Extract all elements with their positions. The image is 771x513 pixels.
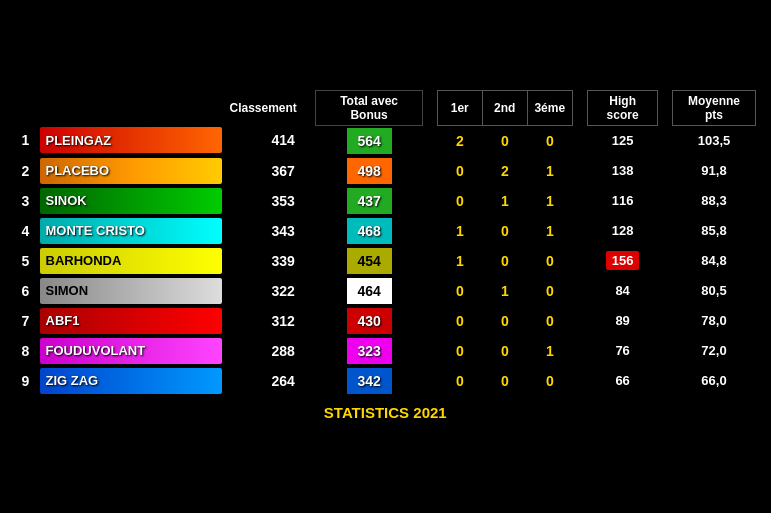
third-cell: 1 <box>527 186 572 216</box>
highscore-cell: 138 <box>587 156 658 186</box>
third-cell: 0 <box>527 276 572 306</box>
highscore-cell: 76 <box>587 336 658 366</box>
second-cell: 0 <box>482 246 527 276</box>
name-cell: SIMON <box>36 276 226 306</box>
rank-cell: 2 <box>16 156 36 186</box>
second-cell: 2 <box>482 156 527 186</box>
name-cell: FOUDUVOLANT <box>36 336 226 366</box>
table-row: 3 SINOK 353 437 0 1 1 116 88,3 <box>16 186 756 216</box>
third-cell: 0 <box>527 366 572 396</box>
rank-cell: 6 <box>16 276 36 306</box>
sep-cell <box>301 366 316 396</box>
sep-cell <box>301 125 316 156</box>
table-row: 4 MONTE CRISTO 343 468 1 0 1 128 85,8 <box>16 216 756 246</box>
sep-cell3 <box>572 366 587 396</box>
sep-cell2 <box>422 336 437 366</box>
score-cell: 414 <box>226 125 301 156</box>
sep-cell2 <box>422 276 437 306</box>
moyenne-header: Moyenne pts <box>673 90 755 125</box>
score-cell: 264 <box>226 366 301 396</box>
score-cell: 339 <box>226 246 301 276</box>
third-cell: 1 <box>527 156 572 186</box>
table-row: 2 PLACEBO 367 498 0 2 1 138 91,8 <box>16 156 756 186</box>
sep-cell <box>301 246 316 276</box>
highscore-cell: 116 <box>587 186 658 216</box>
moyenne-cell: 84,8 <box>673 246 755 276</box>
main-container: Classement Total avec Bonus 1er 2nd 3éme… <box>6 80 766 434</box>
name-cell: PLACEBO <box>36 156 226 186</box>
first-cell: 1 <box>437 246 482 276</box>
second-cell: 0 <box>482 336 527 366</box>
sep-cell3 <box>572 336 587 366</box>
total-cell: 430 <box>316 306 422 336</box>
sep-cell3 <box>572 186 587 216</box>
first-cell: 0 <box>437 336 482 366</box>
total-cell: 342 <box>316 366 422 396</box>
first-header: 1er <box>437 90 482 125</box>
name-cell: SINOK <box>36 186 226 216</box>
total-cell: 464 <box>316 276 422 306</box>
first-cell: 1 <box>437 216 482 246</box>
first-cell: 0 <box>437 156 482 186</box>
sep-cell4 <box>658 276 673 306</box>
total-cell: 564 <box>316 125 422 156</box>
rank-cell: 7 <box>16 306 36 336</box>
table-row: 6 SIMON 322 464 0 1 0 84 80,5 <box>16 276 756 306</box>
third-cell: 0 <box>527 306 572 336</box>
sep-cell4 <box>658 216 673 246</box>
score-cell: 367 <box>226 156 301 186</box>
second-cell: 0 <box>482 125 527 156</box>
score-cell: 353 <box>226 186 301 216</box>
highscore-cell: 89 <box>587 306 658 336</box>
score-cell: 288 <box>226 336 301 366</box>
table-row: 1 PLEINGAZ 414 564 2 0 0 125 103,5 <box>16 125 756 156</box>
footer-row: STATISTICS 2021 <box>16 396 756 424</box>
third-cell: 0 <box>527 125 572 156</box>
total-cell: 437 <box>316 186 422 216</box>
sep-cell4 <box>658 336 673 366</box>
table-row: 5 BARHONDA 339 454 1 0 0 156 84,8 <box>16 246 756 276</box>
first-cell: 0 <box>437 186 482 216</box>
sep3 <box>572 90 587 125</box>
rank-cell: 9 <box>16 366 36 396</box>
total-cell: 454 <box>316 246 422 276</box>
name-cell: ABF1 <box>36 306 226 336</box>
second-cell: 0 <box>482 366 527 396</box>
moyenne-cell: 66,0 <box>673 366 755 396</box>
sep-cell4 <box>658 125 673 156</box>
sep-cell <box>301 306 316 336</box>
highscore-cell: 156 <box>587 246 658 276</box>
sep-cell <box>301 216 316 246</box>
third-header: 3éme <box>527 90 572 125</box>
rank-cell: 5 <box>16 246 36 276</box>
sep-cell3 <box>572 306 587 336</box>
highscore-cell: 84 <box>587 276 658 306</box>
sep-cell2 <box>422 366 437 396</box>
total-cell: 468 <box>316 216 422 246</box>
name-cell: MONTE CRISTO <box>36 216 226 246</box>
second-header: 2nd <box>482 90 527 125</box>
name-cell: PLEINGAZ <box>36 125 226 156</box>
highscore-header: High score <box>587 90 658 125</box>
moyenne-cell: 103,5 <box>673 125 755 156</box>
sep-cell4 <box>658 306 673 336</box>
rank-cell: 4 <box>16 216 36 246</box>
name-cell: BARHONDA <box>36 246 226 276</box>
sep-cell4 <box>658 366 673 396</box>
first-cell: 0 <box>437 276 482 306</box>
sep-cell3 <box>572 216 587 246</box>
sep2 <box>422 90 437 125</box>
score-cell: 343 <box>226 216 301 246</box>
footer-text: STATISTICS 2021 <box>16 396 756 424</box>
score-cell: 322 <box>226 276 301 306</box>
sep-cell4 <box>658 186 673 216</box>
table-row: 9 ZIG ZAG 264 342 0 0 0 66 66,0 <box>16 366 756 396</box>
second-cell: 1 <box>482 186 527 216</box>
rank-cell: 3 <box>16 186 36 216</box>
sep-cell2 <box>422 186 437 216</box>
moyenne-cell: 91,8 <box>673 156 755 186</box>
classement-header: Classement <box>226 90 301 125</box>
sep-cell3 <box>572 246 587 276</box>
second-cell: 0 <box>482 216 527 246</box>
sep-cell2 <box>422 246 437 276</box>
